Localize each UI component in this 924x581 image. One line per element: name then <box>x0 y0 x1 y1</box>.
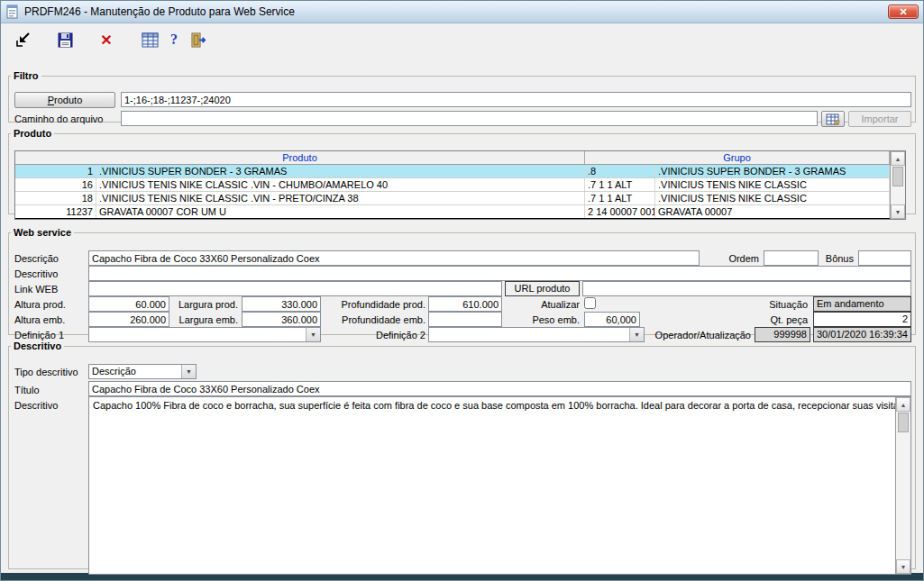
qt-peca-label: Qt. peça <box>748 313 808 327</box>
profundidade-prod-input[interactable] <box>428 296 502 312</box>
produto-grid: Produto Grupo 1 .VINICIUS SUPER BONDER -… <box>14 150 906 220</box>
url-produto-label: URL produto <box>505 281 580 296</box>
table-row[interactable]: 18 .VINICIUS TENIS NIKE CLASSIC .VIN - P… <box>15 192 890 205</box>
produto-groupbox: Produto Produto Grupo 1 .VINICIUS SUPER … <box>8 128 916 214</box>
help-button[interactable]: ? <box>162 28 186 51</box>
profundidade-emb-input[interactable] <box>428 312 502 327</box>
produto-filter-input[interactable] <box>121 92 911 107</box>
browse-file-button[interactable] <box>821 111 845 127</box>
produto-filter-button[interactable]: Produto <box>14 92 115 108</box>
largura-emb-input[interactable] <box>242 312 321 327</box>
situacao-label: Situação <box>748 298 808 312</box>
descritivo-memo-text[interactable]: Capacho 100% Fibra de coco e borracha, s… <box>89 397 895 574</box>
profundidade-prod-label: Profundidade prod. <box>325 298 425 312</box>
tipo-descritivo-select[interactable]: Descrição ▼ <box>88 364 197 379</box>
table-row[interactable]: 1 .VINICIUS SUPER BONDER - 3 GRAMAS .8 .… <box>15 165 890 178</box>
chevron-down-icon[interactable]: ▼ <box>306 328 320 341</box>
table-row[interactable]: 16 .VINICIUS TENIS NIKE CLASSIC .VIN - C… <box>15 178 890 192</box>
largura-prod-label: Largura prod. <box>173 298 238 312</box>
caminho-label: Caminho do arquivo <box>14 113 103 126</box>
exit-door-icon <box>189 32 207 49</box>
largura-emb-label: Largura emb. <box>173 313 238 327</box>
linkweb-input[interactable] <box>88 281 502 296</box>
altura-emb-label: Altura emb. <box>14 313 65 327</box>
grid-icon <box>142 32 159 48</box>
titulo-label: Título <box>14 384 40 397</box>
peso-emb-input[interactable] <box>584 312 640 327</box>
toolbar: ✕ ? <box>1 23 923 56</box>
chevron-down-icon[interactable]: ▼ <box>629 328 644 341</box>
delete-button[interactable]: ✕ <box>95 28 118 51</box>
scroll-thumb[interactable] <box>898 413 909 432</box>
memo-scrollbar[interactable]: ▲ ▼ <box>895 397 910 574</box>
help-icon: ? <box>170 32 178 48</box>
close-button[interactable]: ✕ <box>888 5 919 19</box>
linkweb-label: Link WEB <box>14 283 58 296</box>
descritivo-legend: Descritivo <box>11 340 64 351</box>
qt-peca-field: 2 <box>813 312 911 327</box>
largura-prod-input[interactable] <box>242 296 321 312</box>
atualizar-label: Atualizar <box>505 298 580 312</box>
tipo-descritivo-label: Tipo descritivo <box>14 366 78 379</box>
app-window: PRDFM246 - Manutenção de Produto para We… <box>0 0 924 581</box>
filtro-legend: Filtro <box>11 70 41 81</box>
url-produto-input[interactable] <box>582 281 911 296</box>
descritivo-groupbox: Descritivo Tipo descritivo Descrição ▼ T… <box>8 340 916 569</box>
descricao-label: Descrição <box>14 252 59 266</box>
produto-legend: Produto <box>11 128 54 139</box>
table-row[interactable]: 11237 GRAVATA 00007 COR UM U 2 14 00007 … <box>15 205 890 219</box>
window-title: PRDFM246 - Manutenção de Produto para We… <box>24 5 295 18</box>
altura-prod-label: Altura prod. <box>14 298 66 312</box>
ordem-label: Ordem <box>719 252 759 266</box>
atualizar-checkbox[interactable] <box>584 297 596 309</box>
descritivo-memo[interactable]: Capacho 100% Fibra de coco e borracha, s… <box>88 396 911 575</box>
descritivo-memo-label: Descritivo <box>14 399 58 413</box>
delete-icon: ✕ <box>100 32 112 49</box>
scroll-thumb[interactable] <box>892 167 903 186</box>
titulo-input[interactable] <box>88 381 911 396</box>
confirm-arrow-button[interactable] <box>12 28 35 51</box>
app-icon <box>5 5 20 19</box>
save-button[interactable] <box>53 28 77 51</box>
webservice-legend: Web service <box>11 227 74 238</box>
grid-view-button[interactable] <box>138 28 161 51</box>
scroll-down-icon[interactable]: ▼ <box>891 204 905 219</box>
importar-button[interactable]: Importar <box>848 111 911 127</box>
altura-emb-input[interactable] <box>88 312 169 327</box>
caminho-input[interactable] <box>121 111 818 126</box>
descritivo-ws-label: Descritivo <box>14 268 58 281</box>
bonus-label: Bônus <box>816 252 854 266</box>
filtro-groupbox: Filtro Produto Caminho do arquivo Import… <box>8 70 916 123</box>
altura-prod-input[interactable] <box>88 296 169 312</box>
webservice-groupbox: Web service Descrição Ordem Bônus Descri… <box>8 227 916 335</box>
situacao-field: Em andamento <box>813 296 911 312</box>
descricao-input[interactable] <box>88 250 700 266</box>
column-header-produto[interactable]: Produto <box>15 151 585 164</box>
peso-emb-label: Peso emb. <box>505 313 580 327</box>
scroll-down-icon[interactable]: ▼ <box>896 559 910 574</box>
column-header-grupo[interactable]: Grupo <box>585 151 890 164</box>
confirm-arrow-icon <box>14 31 32 49</box>
ordem-input[interactable] <box>764 250 819 266</box>
bonus-input[interactable] <box>858 250 911 266</box>
chevron-down-icon[interactable]: ▼ <box>181 365 196 378</box>
exit-button[interactable] <box>187 28 210 51</box>
browse-grid-icon <box>826 113 840 125</box>
scroll-up-icon[interactable]: ▲ <box>896 397 910 412</box>
descritivo-ws-input[interactable] <box>88 266 911 281</box>
produto-grid-header: Produto Grupo <box>15 151 890 165</box>
profundidade-emb-label: Profundidade emb. <box>325 313 425 327</box>
save-icon <box>57 32 74 49</box>
titlebar: PRDFM246 - Manutenção de Produto para We… <box>1 1 923 23</box>
grid-scrollbar[interactable]: ▲ ▼ <box>890 151 905 219</box>
scroll-up-icon[interactable]: ▲ <box>891 151 905 166</box>
